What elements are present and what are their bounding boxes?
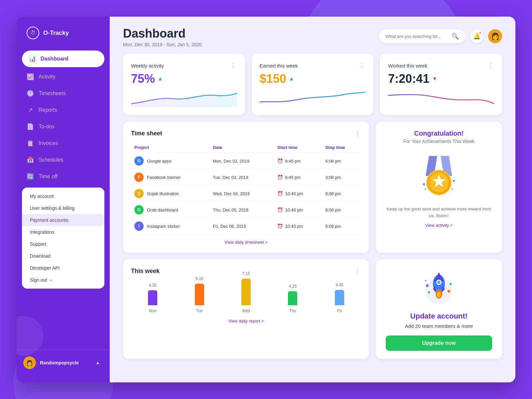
sidebar-item-label: To-dos <box>39 124 55 130</box>
stat-value: 7:20:41 <box>388 72 429 86</box>
sidebar-item-reports[interactable]: ↗ Reports <box>17 102 110 118</box>
chevron-up-icon: ▲ <box>96 360 100 365</box>
sidebar-item-dashboard[interactable]: 📊 Dashboard <box>22 51 104 67</box>
bar-value: 4.25 <box>289 284 297 289</box>
stop-time-cell: 3:08 pm <box>322 169 361 186</box>
signout-icon: → <box>48 277 53 283</box>
submenu-sign-out[interactable]: Sign out → <box>22 274 104 286</box>
submenu-integrations[interactable]: Integrations <box>22 226 104 238</box>
sidebar-item-timesheets[interactable]: 🕐 Timesheets <box>17 85 110 102</box>
sidebar-item-label: Schedules <box>39 157 64 163</box>
sidebar-item-label: Time off <box>39 174 58 180</box>
timesheets-icon: 🕐 <box>27 90 34 97</box>
svg-point-20 <box>428 291 430 293</box>
stats-row: Weekly activity ⋮ 75% ▲ <box>123 54 502 115</box>
sidebar-item-label: Activity <box>39 74 56 80</box>
col-date: Date <box>209 142 274 153</box>
view-activity-link[interactable]: View activity > <box>425 223 453 228</box>
submenu-download[interactable]: Download <box>22 250 104 262</box>
more-button[interactable]: ⋮ <box>230 62 237 69</box>
svg-point-13 <box>437 281 441 284</box>
view-report-link[interactable]: View daily report > <box>131 319 361 324</box>
submenu-developer-api[interactable]: Developer API <box>22 262 104 274</box>
update-subtitle: Add 20 team members & more <box>405 323 473 329</box>
rocket-illustration <box>419 267 459 309</box>
table-row: G Gojek illustration Wed, Dec 04, 2019 ⏰… <box>131 186 361 202</box>
bar <box>335 290 344 305</box>
earned-card: Earned this week ⋮ $150 ▲ <box>252 54 374 115</box>
stat-card-header: Weekly activity ⋮ <box>131 62 237 69</box>
stat-value-row: 75% ▲ <box>131 72 237 86</box>
congrats-description: Keep up the good work and achieve more r… <box>384 206 494 219</box>
arrow-down-icon: ▼ <box>432 76 437 82</box>
start-time-cell: ⏰ 10:45 pm <box>274 218 322 234</box>
sidebar-item-label: Reports <box>39 107 57 113</box>
congrats-subtitle: For Your Achievements This Week <box>403 139 474 144</box>
submenu-my-account[interactable]: My account <box>22 190 104 202</box>
stat-value-row: 7:20:41 ▼ <box>388 72 494 86</box>
project-cell: F Facebook banner <box>131 169 209 186</box>
submenu-user-settings[interactable]: User settings & billing <box>22 202 104 214</box>
sidebar-item-activity[interactable]: 📈 Activity <box>17 68 110 85</box>
table-row: I Instagram sticker Fri, Dec 06, 2019 ⏰ … <box>131 218 361 234</box>
svg-point-8 <box>452 189 453 190</box>
weekly-activity-card: Weekly activity ⋮ 75% ▲ <box>123 54 245 115</box>
bar-group: 4.25 Thu <box>271 284 314 313</box>
sparkline-weekly <box>131 90 237 107</box>
svg-point-5 <box>423 183 425 185</box>
view-timesheet-link[interactable]: View daily timesheet > <box>131 240 361 245</box>
table-header-row: Project Date Start time Stop time <box>131 142 361 153</box>
stat-title: Worked this week <box>388 63 427 68</box>
stat-value-row: $150 ▲ <box>260 72 366 86</box>
dashboard-icon: 📊 <box>29 55 36 63</box>
stop-time-cell: 8:08 pm <box>322 202 361 218</box>
avatar: 👩 <box>23 356 36 369</box>
upgrade-button[interactable]: Upgrade now <box>386 335 492 351</box>
col-stop: Stop time <box>322 142 361 153</box>
sidebar-item-timeoff[interactable]: 🔄 Time off <box>17 168 110 185</box>
project-cell: G Gojek illustration <box>131 186 209 202</box>
table-row: G Google apps Mon, Dec 02, 2019 ⏰ 9:45 p… <box>131 153 361 169</box>
search-input[interactable] <box>386 34 449 39</box>
bar-day: Fri <box>337 309 342 313</box>
bar <box>241 279 251 305</box>
search-button[interactable]: 🔍 <box>452 33 459 40</box>
middle-row: Time sheet ⋮ Project Date Start time Sto… <box>123 122 502 253</box>
more-button[interactable]: ⋮ <box>359 62 365 69</box>
submenu-payment-accounts[interactable]: Payment accounts <box>22 214 104 226</box>
bar-chart: 4.35 Mon 6.10 Tue 7.15 Wed 4.25 Thu 4.45… <box>131 280 361 313</box>
submenu-support[interactable]: Support <box>22 238 104 250</box>
week-more-button[interactable]: ⋮ <box>354 267 361 275</box>
sidebar-logo[interactable]: ⏱ O-Tracky <box>17 27 110 49</box>
sidebar-item-invoices[interactable]: 📋 Invoices <box>17 135 110 152</box>
col-project: Project <box>131 142 209 153</box>
more-button[interactable]: ⋮ <box>487 62 494 69</box>
arrow-up-icon: ▲ <box>158 76 163 82</box>
notification-dot <box>479 32 481 34</box>
search-bar[interactable]: 🔍 <box>379 29 466 43</box>
timeoff-icon: 🔄 <box>27 173 34 180</box>
date-cell: Tue, Dec 03, 2019 <box>209 169 274 186</box>
notification-button[interactable]: 🔔 <box>470 30 483 43</box>
svg-point-18 <box>426 284 429 287</box>
svg-point-7 <box>425 189 426 190</box>
date-range: Mon, Dec 30, 2019 - Sun, Jan 5, 2020 <box>123 42 202 47</box>
date-cell: Wed, Dec 04, 2019 <box>209 186 274 202</box>
start-time-cell: ⏰ 8:45 pm <box>274 169 322 186</box>
stop-time-cell: 8:08 pm <box>322 218 361 234</box>
invoices-icon: 📋 <box>27 140 34 147</box>
stop-time-cell: 8:08 pm <box>322 186 361 202</box>
start-time-cell: ⏰ 9:45 pm <box>274 153 322 169</box>
timesheet-more-button[interactable]: ⋮ <box>354 130 361 137</box>
sidebar-item-todos[interactable]: 📄 To-dos <box>17 118 110 135</box>
header-left: Dashboard Mon, Dec 30, 2019 - Sun, Jan 5… <box>123 27 202 47</box>
stat-title: Weekly activity <box>131 63 164 68</box>
sidebar-submenu: My account User settings & billing Payme… <box>22 188 104 289</box>
svg-point-22 <box>425 280 426 281</box>
page-title: Dashboard <box>123 27 202 41</box>
sidebar-item-schedules[interactable]: 📅 Schedules <box>17 152 110 168</box>
arrow-up-icon: ▲ <box>289 76 294 82</box>
user-avatar-header[interactable]: 👩 <box>488 29 502 43</box>
dashboard-body: Weekly activity ⋮ 75% ▲ <box>110 54 515 382</box>
timesheet-card: Time sheet ⋮ Project Date Start time Sto… <box>123 122 369 253</box>
